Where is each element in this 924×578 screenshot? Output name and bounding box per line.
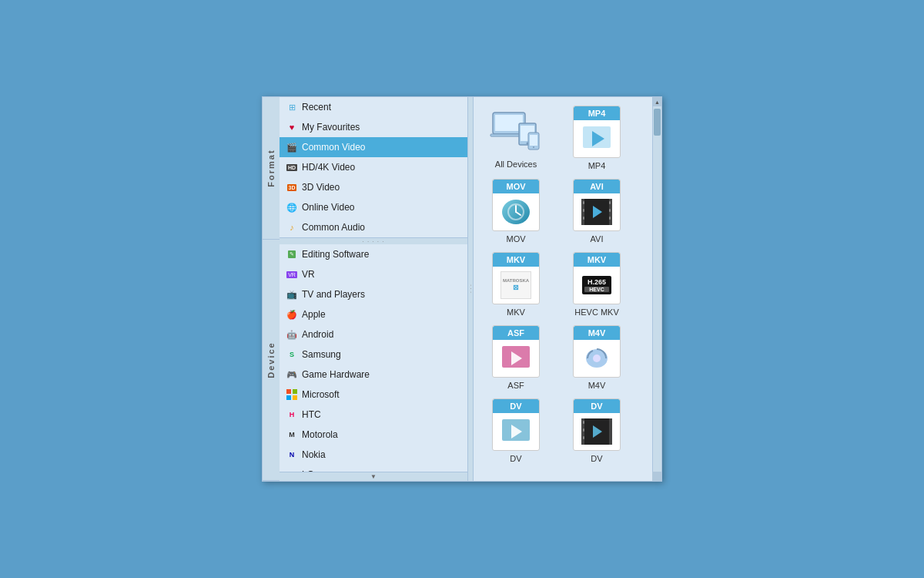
sidebar-item-android[interactable]: 🤖 Android (280, 324, 467, 344)
mov-label: MOV (506, 234, 525, 244)
sidebar-item-lg[interactable]: LG LG (280, 465, 467, 472)
sidebar-item-vr-label: VR (302, 269, 315, 280)
sidebar-item-game-label: Game Hardware (302, 369, 370, 380)
sidebar-item-tv-label: TV and Players (302, 289, 365, 300)
mkv-badge: MKV (493, 253, 539, 267)
lg-icon: LG (286, 469, 298, 472)
svg-point-12 (533, 146, 534, 148)
sidebar-item-samsung[interactable]: S Samsung (280, 344, 467, 365)
format-item-mp4[interactable]: MP4 MP4 (562, 105, 631, 170)
hd-icon: HD (286, 161, 298, 173)
game-icon: 🎮 (286, 368, 298, 381)
sidebar-item-common-video[interactable]: 🎬 Common Video (280, 137, 467, 157)
3d-icon: 3D (286, 181, 298, 193)
mkv-icon-content: MATROSKA ⊠ (499, 267, 533, 304)
sidebar-item-my-favourites[interactable]: ♥ My Favourites (280, 117, 467, 137)
avi-badge: AVI (574, 180, 620, 193)
sidebar-item-3d-video[interactable]: 3D 3D Video (280, 177, 467, 197)
sidebar-item-motorola[interactable]: M Motorola (280, 425, 467, 445)
apple-icon: 🍎 (286, 308, 298, 321)
format-item-dv2[interactable]: DV (562, 398, 631, 463)
dv2-icon-wrapper: DV (570, 398, 624, 452)
svg-rect-24 (609, 217, 611, 220)
sidebar-item-online-video[interactable]: 🌐 Online Video (280, 197, 467, 217)
format-grid: All Devices MP4 (481, 105, 648, 463)
scroll-thumb[interactable] (654, 109, 661, 136)
dv2-icon-content (579, 413, 614, 450)
dv-label: DV (510, 454, 521, 463)
sidebar-list: ⊞ Recent ♥ My Favourites 🎬 Common Video … (280, 97, 467, 481)
sidebar-item-recent[interactable]: ⊞ Recent (280, 97, 467, 117)
mkv-icon-wrapper: MKV MATROSKA ⊠ (489, 251, 543, 305)
format-item-hevc-mkv[interactable]: MKV H.265 HEVC HEVC MKV (562, 251, 631, 317)
asf-icon-content (499, 340, 533, 377)
svg-rect-22 (609, 201, 611, 204)
mp4-icon-wrapper: MP4 (570, 105, 624, 159)
sidebar-item-editing-label: Editing Software (302, 249, 369, 260)
mp4-label: MP4 (588, 161, 606, 170)
hevc-mkv-icon-wrapper: MKV H.265 HEVC (570, 251, 624, 305)
sidebar-item-nokia[interactable]: N Nokia (280, 445, 467, 465)
mkv-icon-bg: MKV MATROSKA ⊠ (492, 252, 540, 304)
format-item-mkv[interactable]: MKV MATROSKA ⊠ MKV (481, 251, 551, 317)
mkv-label: MKV (507, 307, 525, 317)
sidebar-item-common-audio[interactable]: ♪ Common Audio (280, 217, 467, 237)
left-labels: Format Device (263, 97, 280, 481)
format-item-avi[interactable]: AVI (562, 178, 631, 244)
sidebar-item-apple[interactable]: 🍎 Apple (280, 304, 467, 324)
sidebar-scroll-down[interactable]: ▼ (280, 472, 467, 481)
sidebar-item-apple-label: Apple (302, 309, 326, 320)
sidebar-item-android-label: Android (302, 329, 333, 340)
nokia-icon: N (286, 449, 298, 461)
svg-rect-0 (286, 389, 291, 394)
video-icon: 🎬 (286, 141, 298, 153)
svg-rect-19 (583, 201, 584, 204)
format-label: Format (263, 97, 280, 240)
sidebar-item-hd4k[interactable]: HD HD/4K Video (280, 157, 467, 177)
heart-icon: ♥ (286, 121, 298, 133)
editing-software-icon: ✎ (286, 248, 298, 260)
format-item-dv[interactable]: DV DV (481, 398, 551, 463)
svg-rect-1 (293, 389, 297, 394)
sidebar-item-game-hardware[interactable]: 🎮 Game Hardware (280, 365, 467, 385)
svg-rect-3 (293, 395, 297, 400)
device-label: Device (263, 240, 280, 481)
svg-rect-42 (609, 418, 612, 445)
main-window: Format Device ⊞ Recent ♥ My Favourites 🎬… (262, 96, 662, 482)
svg-rect-2 (286, 395, 291, 400)
h-splitter[interactable]: · · · · · (280, 238, 467, 244)
sidebar-item-samsung-label: Samsung (302, 349, 341, 360)
m4v-label: M4V (588, 381, 606, 390)
m4v-icon-content (580, 340, 614, 377)
m4v-icon-bg: M4V (573, 325, 621, 378)
sidebar-item-htc[interactable]: H HTC (280, 405, 467, 425)
mov-icon-wrapper: MOV (489, 178, 543, 232)
scroll-up-btn[interactable]: ▲ (653, 97, 661, 106)
center-splitter[interactable]: · · · (467, 97, 474, 481)
dv-icon-wrapper: DV (489, 398, 543, 452)
svg-rect-23 (609, 209, 611, 212)
avi-icon-content (579, 193, 614, 230)
sidebar-item-editing-software[interactable]: ✎ Editing Software (280, 244, 467, 264)
sidebar-item-common-video-label: Common Video (302, 142, 366, 153)
format-item-m4v[interactable]: M4V M4V (562, 324, 631, 390)
microsoft-icon (286, 388, 298, 401)
content-scroll[interactable]: All Devices MP4 (474, 97, 661, 481)
sidebar-item-microsoft[interactable]: Microsoft (280, 385, 467, 405)
sidebar-item-htc-label: HTC (302, 409, 321, 420)
format-item-asf[interactable]: ASF ASF (481, 324, 551, 390)
right-scrollbar: ▲ ▼ (652, 97, 661, 481)
format-item-mov[interactable]: MOV (481, 178, 551, 244)
sidebar-item-vr[interactable]: VR VR (280, 264, 467, 284)
avi-icon-wrapper: AVI (570, 178, 624, 232)
sidebar-item-favourites-label: My Favourites (302, 122, 360, 133)
sidebar-item-tv-and-players[interactable]: 📺 TV and Players (280, 284, 467, 304)
avi-icon-bg: AVI (573, 179, 621, 231)
hevc-mkv-label: HEVC MKV (574, 307, 618, 317)
format-item-all-devices[interactable]: All Devices (481, 105, 551, 170)
sidebar-item-recent-label: Recent (302, 102, 331, 113)
asf-badge: ASF (493, 326, 539, 340)
online-icon: 🌐 (286, 201, 298, 213)
dv-icon-bg: DV (492, 398, 540, 451)
svg-rect-45 (583, 436, 584, 439)
